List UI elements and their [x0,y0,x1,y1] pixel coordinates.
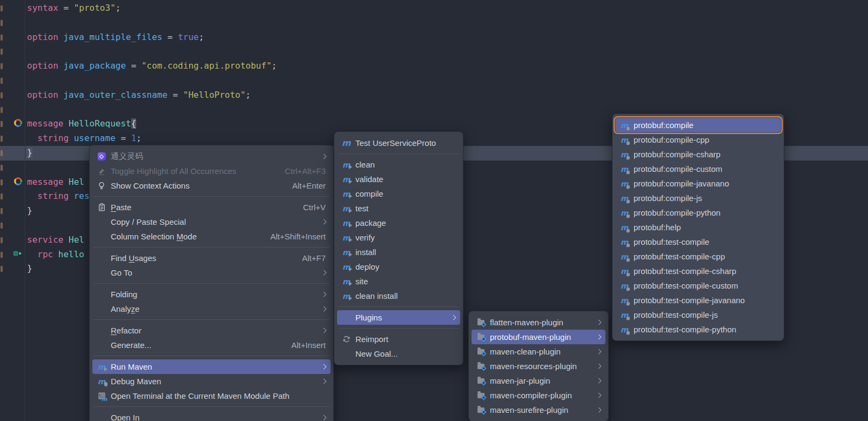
menu-item-maven-surefire-plugin[interactable]: maven-surefire-plugin [472,403,605,417]
menu-item-validate[interactable]: mvalidate [337,172,460,186]
submenu-chevron-icon [321,415,327,420]
menu-item-generate[interactable]: Generate...Alt+Insert [92,338,331,352]
menu-separator [93,319,329,320]
menu-item-protobuf-compile-cpp[interactable]: mprotobuf:compile-cpp [615,132,781,147]
menu-item-protobuf-test-compile-csharp[interactable]: mprotobuf:test-compile-csharp [615,264,781,278]
code-token: syntax [27,3,58,13]
menu-item-protobuf-compile-custom[interactable]: mprotobuf:compile-custom [615,162,781,176]
menu-item-label: Analyze [111,304,139,313]
menu-item-protobuf-test-compile-cpp[interactable]: mprotobuf:test-compile-cpp [615,249,781,264]
menu-item-protobuf-test-compile-js[interactable]: mprotobuf:test-compile-js [615,308,781,322]
plugin-folder-icon [475,346,487,357]
menu-item-label: Paste [111,203,131,212]
maven-plugin-goal-icon: m [618,164,630,175]
menu-item-open-in[interactable]: Open In [92,410,331,421]
menu-item-label: package [355,218,386,228]
maven-plugin-goal-icon: m [618,310,630,320]
menu-item-通义灵码[interactable]: 通义灵码 [92,149,331,164]
menu-item-maven-jar-plugin[interactable]: maven-jar-plugin [472,373,605,388]
code-line[interactable] [27,73,277,88]
code-token: ; [136,133,142,143]
proto-message-pinwheel-icon[interactable] [14,177,23,186]
code-token [69,133,74,143]
menu-item-protobuf-compile-python[interactable]: mprotobuf:compile-python [615,205,781,220]
maven-plugin-goal-icon: m [618,193,630,204]
line-number-fragment [1,121,3,127]
code-line[interactable] [27,103,277,117]
code-line[interactable]: option java_outer_classname = "HelloProt… [27,88,277,103]
menu-item-folding[interactable]: Folding [92,287,331,302]
code-token: rpc [37,249,53,259]
menu-item-run-maven[interactable]: mRun Maven [92,359,331,374]
menu-item-column-selection-mode[interactable]: Column Selection ModeAlt+Shift+Insert [92,229,331,244]
code-line[interactable] [27,16,277,30]
menu-item-protobuf-compile-js[interactable]: mprotobuf:compile-js [615,191,781,205]
code-token [53,249,58,259]
menu-item-label: Toggle Highlight of All Occurrences [111,166,237,176]
menu-item-maven-compiler-plugin[interactable]: maven-compiler-plugin [472,388,605,403]
menu-item-plugins[interactable]: Plugins [337,310,460,325]
menu-item-deploy[interactable]: mdeploy [337,259,460,274]
code-line[interactable]: option java_multiple_files = true; [27,30,277,45]
menu-item-protobuf-test-compile-python[interactable]: mprotobuf:test-compile-python [615,322,781,337]
menu-item-paste[interactable]: PasteCtrl+V [92,200,331,215]
menu-item-protobuf-help[interactable]: mprotobuf:help [615,220,781,235]
menu-item-refactor[interactable]: Refactor [92,323,331,338]
menu-item-label: Reimport [355,335,388,344]
menu-item-test-userserviceproto[interactable]: mTest UserServiceProto [337,136,460,150]
menu-item-toggle-highlight-of-all-occurrences[interactable]: Toggle Highlight of All OccurrencesCtrl+… [92,164,331,178]
menu-item-protobuf-maven-plugin[interactable]: protobuf-maven-plugin [472,330,605,344]
maven-goal-icon: m [340,203,352,214]
code-token: } [27,263,32,273]
menu-item-protobuf-compile-javanano[interactable]: mprotobuf:compile-javanano [615,176,781,191]
menu-item-protobuf-test-compile[interactable]: mprotobuf:test-compile [615,235,781,249]
menu-item-flatten-maven-plugin[interactable]: flatten-maven-plugin [472,315,605,330]
rpc-implementation-icon[interactable] [14,249,23,259]
menu-item-protobuf-compile[interactable]: mprotobuf:compile [615,118,781,132]
code-line[interactable]: message HelloRequest{ [27,117,277,131]
proto-message-pinwheel-icon[interactable] [14,118,23,128]
menu-item-clean[interactable]: mclean [337,157,460,172]
maven-goal-icon: m [340,276,352,287]
submenu-chevron-icon [596,349,602,355]
menu-item-protobuf-test-compile-javanano[interactable]: mprotobuf:test-compile-javanano [615,293,781,308]
menu-item-copy-paste-special[interactable]: Copy / Paste Special [92,215,331,229]
menu-item-label: maven-surefire-plugin [490,405,568,415]
menu-item-label: Copy / Paste Special [111,217,186,226]
menu-item-reimport[interactable]: Reimport [337,332,460,346]
menu-item-site[interactable]: msite [337,274,460,289]
menu-item-test[interactable]: mtest [337,201,460,216]
menu-item-find-usages[interactable]: Find UsagesAlt+F7 [92,251,331,265]
menu-item-label: protobuf:test-compile [634,237,709,246]
menu-separator [93,196,329,197]
code-line[interactable]: syntax = "proto3"; [27,1,277,16]
menu-item-install[interactable]: minstall [337,245,460,259]
code-line[interactable]: string username = 1; [27,131,277,146]
menu-item-new-goal[interactable]: New Goal... [337,346,460,361]
line-number-fragment [1,150,3,156]
menu-item-analyze[interactable]: Analyze [92,302,331,316]
menu-icon-placeholder [96,340,107,351]
menu-item-clean-install[interactable]: mclean install [337,289,460,303]
menu-item-label: clean [355,160,375,169]
code-token: ; [199,32,204,42]
code-line[interactable] [27,44,277,59]
menu-item-package[interactable]: mpackage [337,216,460,230]
menu-item-maven-clean-plugin[interactable]: maven-clean-plugin [472,344,605,359]
menu-item-verify[interactable]: mverify [337,230,460,245]
code-token: ; [246,90,251,100]
menu-item-compile[interactable]: mcompile [337,186,460,201]
menu-item-protobuf-test-compile-custom[interactable]: mprotobuf:test-compile-custom [615,278,781,293]
code-line[interactable]: option java_package = "com.coding.api.pr… [27,59,277,73]
code-token [58,32,64,42]
menu-item-debug-maven[interactable]: mDebug Maven [92,374,331,389]
menu-item-show-context-actions[interactable]: Show Context ActionsAlt+Enter [92,178,331,193]
menu-item-open-terminal-at-the-current-maven-module-path[interactable]: ›_mOpen Terminal at the Current Maven Mo… [92,389,331,403]
submenu-chevron-icon [321,306,327,312]
menu-item-protobuf-compile-csharp[interactable]: mprotobuf:compile-csharp [615,147,781,162]
menu-item-go-to[interactable]: Go To [92,265,331,280]
code-token: hello [58,249,84,259]
line-number-fragment [1,35,3,41]
menu-item-maven-resources-plugin[interactable]: maven-resources-plugin [472,359,605,373]
maven-run-icon: m [96,362,107,372]
